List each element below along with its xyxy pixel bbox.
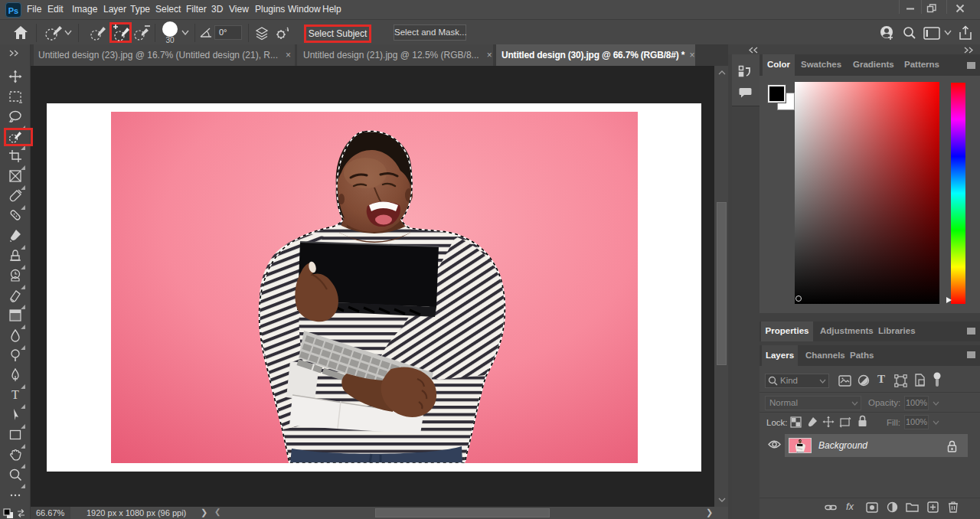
svg-text:T: T xyxy=(11,388,19,401)
